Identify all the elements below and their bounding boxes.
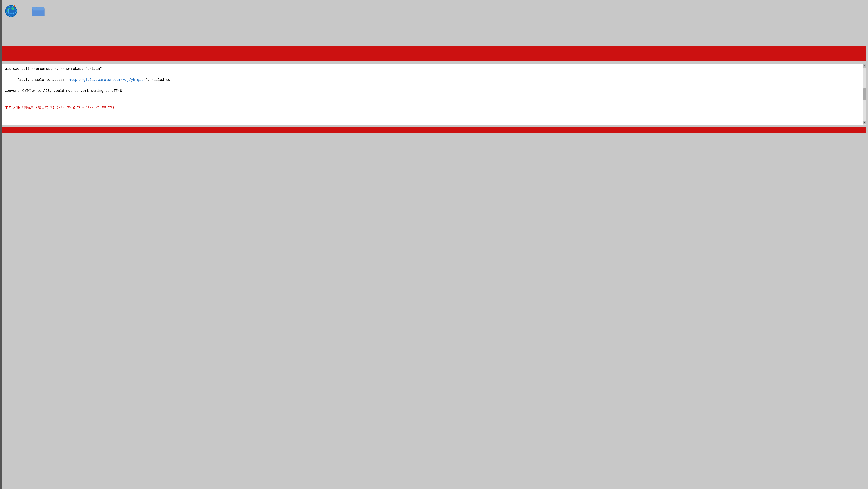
terminal-line-error: git 未能顺利结束 (退出码 1) (219 ms @ 2020/1/7 21… xyxy=(5,105,859,110)
desktop-area xyxy=(0,0,868,46)
terminal-line-2-link[interactable]: http://gitlab.wareton.com/wcj/yh.git/ xyxy=(69,78,146,82)
scrollbar-track: ▲ ▼ xyxy=(863,64,866,125)
red-error-banner xyxy=(2,46,866,61)
terminal-line-1: git.exe pull --progress -v --no-rebase "… xyxy=(5,66,859,71)
globe-icon-desktop[interactable] xyxy=(4,4,19,18)
globe-svg-icon xyxy=(5,4,19,18)
terminal-line-2: fatal: unable to access 'http://gitlab.w… xyxy=(5,71,859,88)
folder-icon-desktop[interactable] xyxy=(31,4,46,18)
terminal-content: git.exe pull --progress -v --no-rebase "… xyxy=(5,66,863,110)
terminal-line-2-suffix: ': Failed to xyxy=(146,78,170,82)
left-accent-border xyxy=(0,0,2,489)
scrollbar-thumb[interactable] xyxy=(863,88,866,100)
scroll-up-arrow[interactable]: ▲ xyxy=(863,64,866,67)
terminal-line-2-prefix: fatal: unable to access ' xyxy=(17,78,69,82)
terminal-line-3: convert 拉取错误 to ACE; could not convert s… xyxy=(5,88,859,94)
bottom-red-bar xyxy=(2,127,866,133)
scroll-down-arrow[interactable]: ▼ xyxy=(863,121,866,124)
folder-svg-icon xyxy=(31,4,45,18)
terminal-output-box: git.exe pull --progress -v --no-rebase "… xyxy=(2,64,866,125)
svg-rect-9 xyxy=(33,9,44,10)
